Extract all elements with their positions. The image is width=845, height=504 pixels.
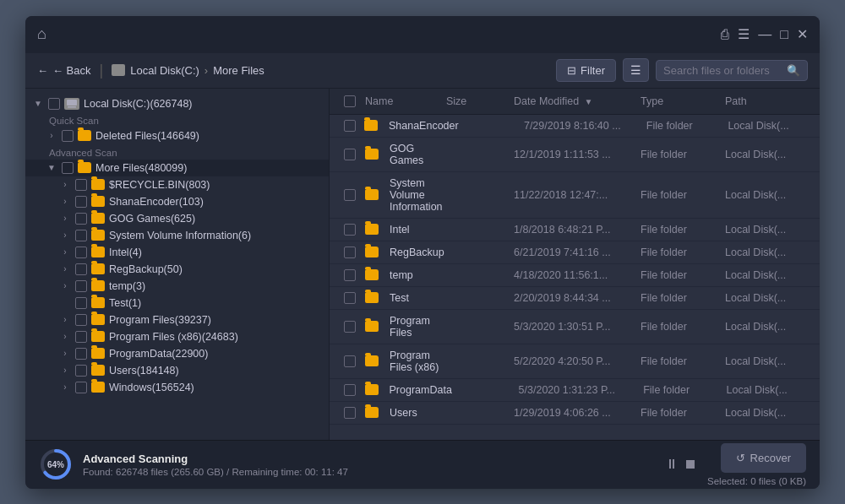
row-path-4: Local Disk(... (725, 247, 810, 258)
search-icon[interactable]: 🔍 (787, 64, 800, 77)
sidebar-item-programfilesx86[interactable]: › Program Files (x86)(24683) (25, 328, 329, 345)
header-date[interactable]: Date Modified ▼ (514, 95, 641, 107)
sidebar-item-windows[interactable]: › Windows(156524) (25, 379, 329, 396)
checkbox-5[interactable] (75, 263, 87, 275)
row-check-7[interactable] (340, 321, 365, 333)
checkbox-deleted[interactable] (62, 130, 74, 142)
expand-arrow-8: › (59, 314, 71, 326)
checkbox-6[interactable] (75, 280, 87, 292)
checkbox-root[interactable] (48, 98, 60, 110)
checkbox-11[interactable] (75, 365, 87, 377)
header-check[interactable] (340, 95, 365, 107)
filter-button[interactable]: ⊟ Filter (556, 59, 616, 82)
expand-arrow-3: › (59, 230, 71, 241)
row-checkbox-0[interactable] (344, 120, 356, 132)
sidebar-item-programfiles[interactable]: › Program Files(39237) (25, 312, 329, 328)
minimize-icon[interactable]: — (758, 27, 771, 42)
sidebar-item-users[interactable]: › Users(184148) (25, 362, 329, 379)
expand-arrow-10: › (59, 348, 71, 360)
sidebar-item-recycle[interactable]: › $RECYCLE.BIN(803) (25, 176, 329, 193)
checkbox-1[interactable] (75, 196, 87, 208)
share-icon[interactable]: ⎙ (721, 27, 729, 42)
row-check-4[interactable] (340, 247, 365, 258)
maximize-icon[interactable]: □ (780, 27, 788, 42)
item-label-3: System Volume Information(6) (109, 230, 251, 241)
table-row[interactable]: Program Files 5/3/2020 1:30:51 P... File… (330, 310, 820, 344)
row-checkbox-4[interactable] (344, 247, 356, 258)
row-check-3[interactable] (340, 224, 365, 236)
row-checkbox-8[interactable] (344, 355, 356, 367)
row-check-8[interactable] (340, 355, 365, 367)
row-checkbox-7[interactable] (344, 321, 356, 333)
row-checkbox-1[interactable] (344, 149, 356, 160)
row-check-0[interactable] (340, 120, 364, 132)
checkbox-2[interactable] (75, 213, 87, 225)
row-checkbox-10[interactable] (344, 407, 356, 419)
row-checkbox-5[interactable] (344, 269, 356, 281)
checkbox-3[interactable] (75, 230, 87, 241)
stop-button[interactable]: ⏹ (684, 457, 697, 472)
sidebar-item-gog[interactable]: › GOG Games(625) (25, 210, 329, 227)
breadcrumb-disk[interactable]: Local Disk(C:) (130, 64, 199, 77)
search-input[interactable] (663, 64, 782, 77)
select-all-checkbox[interactable] (344, 95, 356, 107)
folder-icon-row-8 (365, 355, 379, 366)
sidebar-item-sysvolinfo[interactable]: › System Volume Information(6) (25, 227, 329, 244)
list-view-button[interactable]: ☰ (623, 58, 649, 82)
checkbox-12[interactable] (75, 382, 87, 393)
folder-icon-2 (91, 213, 105, 224)
header-path[interactable]: Path (725, 95, 810, 107)
checkbox-4[interactable] (75, 247, 87, 258)
table-row[interactable]: temp 4/18/2020 11:56:1... File folder Lo… (330, 264, 820, 287)
pause-button[interactable]: ⏸ (665, 457, 679, 472)
row-checkbox-3[interactable] (344, 224, 356, 236)
header-name[interactable]: Name (365, 95, 446, 107)
table-row[interactable]: ProgramData 5/3/2020 1:31:23 P... File f… (330, 379, 820, 402)
table-row[interactable]: ShanaEncoder 7/29/2019 8:16:40 ... File … (330, 115, 820, 138)
row-check-2[interactable] (340, 189, 365, 201)
expand-arrow-root: ▼ (32, 98, 44, 110)
table-row[interactable]: Users 1/29/2019 4:06:26 ... File folder … (330, 402, 820, 425)
sidebar-item-regbackup[interactable]: › RegBackup(50) (25, 261, 329, 278)
table-row[interactable]: Intel 1/8/2018 6:48:21 P... File folder … (330, 219, 820, 241)
table-row[interactable]: Test 2/20/2019 8:44:34 ... File folder L… (330, 287, 820, 310)
checkbox-7[interactable] (75, 297, 87, 309)
checkbox-9[interactable] (75, 331, 87, 343)
row-check-5[interactable] (340, 269, 365, 281)
checkbox-8[interactable] (75, 314, 87, 326)
progress-ring: 64% (39, 447, 73, 481)
close-icon[interactable]: ✕ (797, 26, 808, 42)
sidebar-item-shana[interactable]: › ShanaEncoder(103) (25, 193, 329, 210)
header-type[interactable]: Type (641, 95, 725, 107)
table-row[interactable]: RegBackup 6/21/2019 7:41:16 ... File fol… (330, 241, 820, 264)
row-checkbox-2[interactable] (344, 189, 356, 201)
checkbox-0[interactable] (75, 179, 87, 191)
row-check-1[interactable] (340, 149, 365, 160)
sidebar-item-programdata[interactable]: › ProgramData(22900) (25, 345, 329, 362)
sidebar-item-test[interactable]: Test(1) (25, 295, 329, 312)
row-path-9: Local Disk(... (727, 384, 810, 396)
sidebar-item-more-files[interactable]: ▼ More Files(480099) (25, 160, 329, 176)
sidebar-item-intel[interactable]: › Intel(4) (25, 244, 329, 261)
table-row[interactable]: Program Files (x86) 5/2/2020 4:20:50 P..… (330, 344, 820, 379)
checkbox-10[interactable] (75, 348, 87, 360)
sidebar-item-temp[interactable]: › temp(3) (25, 278, 329, 295)
sidebar-item-root[interactable]: ▼ Local Disk(C:)(626748) (25, 95, 329, 112)
checkbox-more-files[interactable] (62, 162, 74, 174)
sidebar-item-deleted[interactable]: › Deleted Files(146649) (25, 127, 329, 144)
table-row[interactable]: System Volume Information 11/22/2018 12:… (330, 172, 820, 219)
folder-icon-3 (91, 230, 105, 241)
header-size[interactable]: Size (446, 95, 514, 107)
row-type-8: File folder (641, 355, 725, 367)
row-checkbox-6[interactable] (344, 292, 356, 304)
menu-icon[interactable]: ☰ (738, 26, 750, 42)
svg-rect-0 (67, 100, 77, 106)
table-row[interactable]: GOG Games 12/1/2019 1:11:53 ... File fol… (330, 138, 820, 172)
row-checkbox-9[interactable] (344, 384, 356, 396)
recover-button[interactable]: ↺ Recover (721, 443, 806, 473)
row-check-9[interactable] (340, 384, 365, 396)
row-check-6[interactable] (340, 292, 365, 304)
home-icon[interactable]: ⌂ (37, 25, 46, 43)
back-button[interactable]: ← ← Back (37, 64, 91, 77)
row-check-10[interactable] (340, 407, 365, 419)
